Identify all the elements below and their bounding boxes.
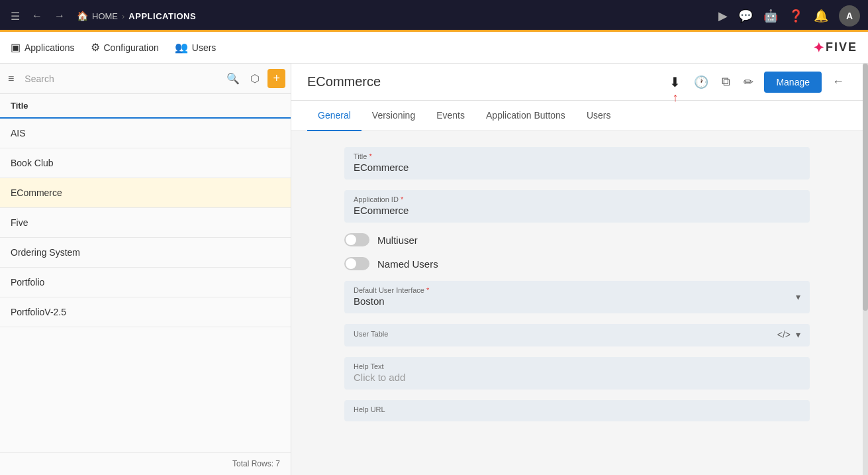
multiuser-row: Multiuser xyxy=(344,233,810,246)
sidebar-footer: Total Rows: 7 xyxy=(0,452,291,475)
app-id-required-indicator: * xyxy=(401,195,403,203)
applications-nav-label: Applications xyxy=(24,42,75,53)
named-users-label: Named Users xyxy=(377,258,438,270)
tabs-bar: General Versioning Events Application Bu… xyxy=(291,101,863,131)
list-item[interactable]: AIS xyxy=(0,119,291,148)
search-input[interactable] xyxy=(19,71,221,87)
user-table-icons: </> ▾ xyxy=(777,329,800,340)
content-actions: ⬇ ↑ 🕐 ⧉ ✏ Manage ← xyxy=(667,72,847,93)
hamburger-menu-button[interactable]: ☰ xyxy=(8,7,23,25)
logo-label: FIVE xyxy=(826,40,857,54)
list-item[interactable]: ECommerce xyxy=(0,178,291,208)
title-field-value: ECommerce xyxy=(354,162,800,173)
list-item[interactable]: Five xyxy=(0,208,291,238)
help-url-container[interactable]: Help URL xyxy=(344,400,810,421)
robot-icon[interactable]: 🤖 xyxy=(763,9,778,23)
help-text-placeholder: Click to add xyxy=(354,372,800,383)
default-ui-content: Default User Interface * Boston xyxy=(354,286,796,307)
app-logo: ✦ FIVE xyxy=(813,40,857,56)
user-table-content: User Table xyxy=(354,330,777,339)
forward-button[interactable]: → xyxy=(52,7,68,25)
download-button[interactable]: ⬇ xyxy=(667,72,683,93)
users-nav-label: Users xyxy=(192,42,217,53)
search-button[interactable]: 🔍 xyxy=(224,70,242,87)
sidebar: ≡ 🔍 ⬡ + Title AIS Book Club ECommerce Fi… xyxy=(0,64,291,475)
table-column-header: Title xyxy=(0,94,291,119)
top-nav-right: ▶ 💬 🤖 ❓ 🔔 A xyxy=(718,5,860,26)
list-item[interactable]: Book Club xyxy=(0,148,291,178)
help-url-field: Help URL xyxy=(344,400,810,421)
help-text-field: Help Text Click to add xyxy=(344,357,810,390)
configuration-nav-label: Configuration xyxy=(104,42,159,53)
content-title: ECommerce xyxy=(307,74,667,89)
title-required-indicator: * xyxy=(369,152,371,160)
multiuser-label: Multiuser xyxy=(377,235,418,246)
back-button[interactable]: ← xyxy=(29,7,45,25)
filter-icon: ≡ xyxy=(5,70,17,87)
history-button[interactable]: 🕐 xyxy=(691,72,711,92)
red-arrow-indicator: ↑ xyxy=(672,91,678,105)
nav-item-users[interactable]: 👥 Users xyxy=(175,38,217,56)
default-ui-label: Default User Interface * xyxy=(354,286,796,294)
edit-button[interactable]: ✏ xyxy=(741,72,756,92)
tab-general[interactable]: General xyxy=(307,101,362,131)
back-content-button[interactable]: ← xyxy=(830,72,847,91)
export-button[interactable]: ⬡ xyxy=(245,69,265,88)
manage-button[interactable]: Manage xyxy=(764,72,822,93)
breadcrumb: 🏠 HOME › APPLICATIONS xyxy=(77,11,196,21)
app-id-field-label: Application ID * xyxy=(354,195,800,203)
help-url-label: Help URL xyxy=(354,405,800,413)
chat-icon[interactable]: 💬 xyxy=(738,9,753,23)
nav-item-configuration[interactable]: ⚙ Configuration xyxy=(91,38,159,56)
content-header: ECommerce ⬇ ↑ 🕐 ⧉ ✏ Manage ← xyxy=(291,64,863,101)
list-item[interactable]: Ordering System xyxy=(0,238,291,268)
multiuser-toggle[interactable] xyxy=(344,233,369,246)
scroll-thumb xyxy=(863,64,868,311)
help-text-container[interactable]: Help Text Click to add xyxy=(344,357,810,390)
default-ui-value: Boston xyxy=(354,295,796,307)
tab-users[interactable]: Users xyxy=(576,101,622,131)
home-label[interactable]: HOME xyxy=(92,11,118,21)
tab-versioning[interactable]: Versioning xyxy=(362,101,426,131)
configuration-nav-icon: ⚙ xyxy=(91,41,100,54)
app-id-field-container[interactable]: Application ID * ECommerce xyxy=(344,190,810,223)
copy-button[interactable]: ⧉ xyxy=(719,72,733,91)
bell-icon[interactable]: 🔔 xyxy=(814,9,828,23)
help-icon[interactable]: ❓ xyxy=(789,9,803,23)
application-id-field: Application ID * ECommerce xyxy=(344,190,810,223)
tab-events[interactable]: Events xyxy=(426,101,475,131)
scrollbar[interactable] xyxy=(863,64,868,475)
title-field: Title * ECommerce xyxy=(344,147,810,180)
sidebar-search-bar: ≡ 🔍 ⬡ + xyxy=(0,64,291,94)
applications-nav-icon: ▣ xyxy=(11,41,21,54)
default-ui-field: Default User Interface * Boston ▾ xyxy=(344,281,810,313)
home-icon: 🏠 xyxy=(77,11,88,21)
form-area: Title * ECommerce Application ID * EComm… xyxy=(291,131,863,475)
user-table-container[interactable]: User Table </> ▾ xyxy=(344,324,810,346)
avatar-button[interactable]: A xyxy=(839,5,860,26)
nav-item-applications[interactable]: ▣ Applications xyxy=(11,38,75,56)
default-ui-container[interactable]: Default User Interface * Boston ▾ xyxy=(344,281,810,313)
list-item[interactable]: PortfolioV-2.5 xyxy=(0,297,291,327)
user-table-label: User Table xyxy=(354,330,777,338)
logo-star-icon: ✦ xyxy=(813,40,824,56)
title-field-label: Title * xyxy=(354,152,800,160)
title-column-label: Title xyxy=(11,101,28,111)
applications-breadcrumb: APPLICATIONS xyxy=(128,11,196,21)
list-item[interactable]: Portfolio xyxy=(0,268,291,297)
download-wrapper: ⬇ ↑ xyxy=(667,72,683,93)
user-table-dropdown-arrow[interactable]: ▾ xyxy=(796,329,800,340)
title-field-container[interactable]: Title * ECommerce xyxy=(344,147,810,180)
list-items-container: AIS Book Club ECommerce Five Ordering Sy… xyxy=(0,119,291,327)
play-icon[interactable]: ▶ xyxy=(718,9,728,23)
tab-application-buttons[interactable]: Application Buttons xyxy=(475,101,576,131)
total-rows-label: Total Rows: 7 xyxy=(232,459,280,468)
default-ui-required: * xyxy=(426,286,429,294)
app-id-field-value: ECommerce xyxy=(354,205,800,216)
code-icon[interactable]: </> xyxy=(777,329,791,340)
dropdown-arrow-icon: ▾ xyxy=(796,291,800,302)
named-users-toggle[interactable] xyxy=(344,257,369,270)
add-button[interactable]: + xyxy=(267,69,285,88)
top-navigation: ☰ ← → 🏠 HOME › APPLICATIONS ▶ 💬 🤖 ❓ 🔔 A xyxy=(0,0,868,32)
second-navigation: ▣ Applications ⚙ Configuration 👥 Users ✦… xyxy=(0,32,868,64)
